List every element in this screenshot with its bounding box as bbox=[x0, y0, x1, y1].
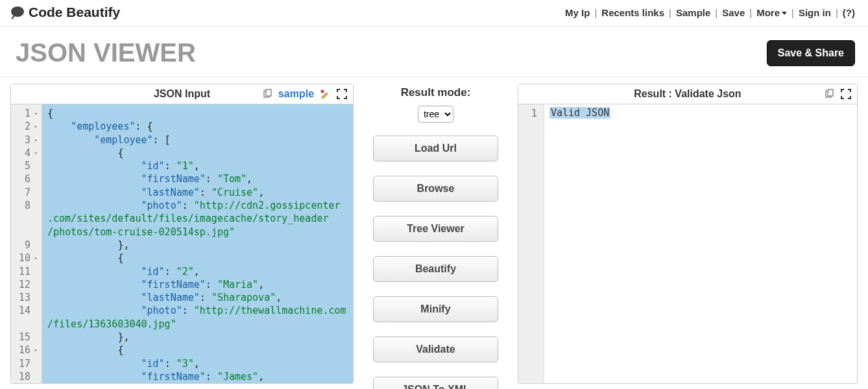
result-header: Result : Validate Json bbox=[518, 84, 857, 104]
result-tools bbox=[823, 88, 852, 100]
nav-sample[interactable]: Sample bbox=[676, 7, 710, 18]
valid-json-text: Valid JSON bbox=[549, 107, 610, 119]
result-mode-label: Result mode: bbox=[373, 84, 498, 106]
copy-result-icon[interactable] bbox=[823, 88, 835, 100]
logo-text: Code Beautify bbox=[29, 5, 120, 20]
svg-rect-2 bbox=[266, 89, 271, 96]
input-tools: sample bbox=[261, 88, 348, 100]
svg-rect-4 bbox=[828, 89, 833, 96]
caret-down-icon bbox=[782, 12, 787, 15]
editor-gutter: 1▾2▾3▾4▾5678910▾111213141516▾1718 bbox=[11, 104, 42, 383]
beautify-button[interactable]: Beautify bbox=[373, 256, 498, 282]
top-header: Code Beautify My Ip| Recents links| Samp… bbox=[0, 0, 868, 27]
nav-my-ip[interactable]: My Ip bbox=[565, 7, 590, 18]
page-title: JSON VIEWER bbox=[16, 38, 196, 67]
clear-icon[interactable] bbox=[319, 88, 331, 100]
nav-recents[interactable]: Recents links bbox=[601, 7, 664, 18]
json-to-xml-button[interactable]: JSON To XML bbox=[373, 377, 498, 389]
nav-help[interactable]: (?) bbox=[843, 7, 855, 18]
logo[interactable]: Code Beautify bbox=[9, 4, 120, 21]
tree-viewer-button[interactable]: Tree Viewer bbox=[373, 216, 498, 242]
main-area: JSON Input sample 1▾2▾3▾4▾5678910▾111213… bbox=[0, 77, 868, 389]
svg-point-0 bbox=[11, 6, 24, 17]
save-share-button[interactable]: Save & Share bbox=[767, 40, 855, 66]
nav-more[interactable]: More bbox=[756, 7, 787, 18]
controls-panel: Result mode: tree Load Url Browse Tree V… bbox=[373, 84, 498, 389]
fullscreen-result-icon[interactable] bbox=[840, 88, 852, 100]
result-code: Valid JSON bbox=[544, 104, 857, 383]
json-input-title: JSON Input bbox=[154, 88, 210, 100]
editor-code[interactable]: { "employees": { "employee": [ { "id": "… bbox=[42, 104, 353, 383]
validate-button[interactable]: Validate bbox=[373, 336, 498, 362]
nav-save[interactable]: Save bbox=[722, 7, 745, 18]
result-editor[interactable]: 1 Valid JSON bbox=[518, 104, 857, 383]
json-input-editor[interactable]: 1▾2▾3▾4▾5678910▾111213141516▾1718 { "emp… bbox=[11, 104, 353, 383]
json-input-panel: JSON Input sample 1▾2▾3▾4▾5678910▾111213… bbox=[10, 84, 354, 384]
brain-icon bbox=[9, 4, 26, 21]
result-mode-select[interactable]: tree bbox=[418, 106, 453, 123]
result-panel: Result : Validate Json 1 Valid JSON bbox=[518, 84, 858, 384]
browse-button[interactable]: Browse bbox=[373, 176, 498, 202]
nav-sign-in[interactable]: Sign in bbox=[799, 7, 831, 18]
json-input-header: JSON Input sample bbox=[11, 84, 353, 104]
result-title: Result : Validate Json bbox=[634, 88, 741, 100]
copy-icon[interactable] bbox=[261, 88, 273, 100]
fullscreen-icon[interactable] bbox=[336, 88, 348, 100]
result-gutter: 1 bbox=[518, 104, 544, 383]
title-row: JSON VIEWER Save & Share bbox=[0, 27, 868, 77]
sample-link[interactable]: sample bbox=[278, 88, 314, 100]
top-nav: My Ip| Recents links| Sample| Save| More… bbox=[565, 7, 855, 18]
load-url-button[interactable]: Load Url bbox=[373, 136, 498, 161]
minify-button[interactable]: Minify bbox=[373, 296, 498, 322]
